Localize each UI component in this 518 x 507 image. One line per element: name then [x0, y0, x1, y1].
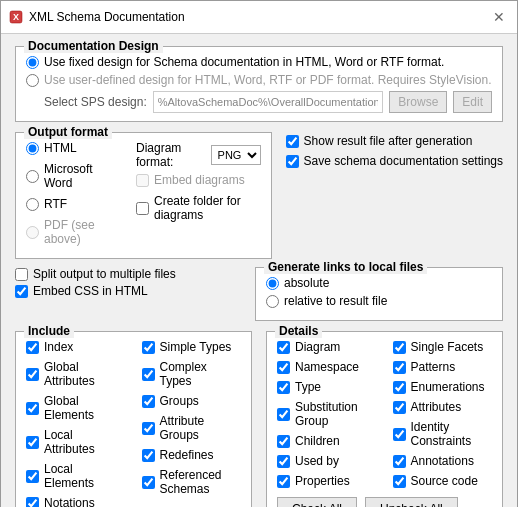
radio-pdf[interactable] — [26, 226, 39, 239]
details-col1-label-6[interactable]: Properties — [295, 474, 350, 488]
details-col2-checkbox-1[interactable] — [393, 361, 406, 374]
radio-absolute-label[interactable]: absolute — [284, 276, 329, 290]
include-col2-checkbox-0[interactable] — [142, 341, 155, 354]
radio-rtf-label[interactable]: RTF — [44, 197, 67, 211]
include-col2-checkbox-3[interactable] — [142, 422, 155, 435]
details-col1-checkbox-3[interactable] — [277, 408, 290, 421]
details-col1-checkbox-5[interactable] — [277, 455, 290, 468]
details-col1-label-4[interactable]: Children — [295, 434, 340, 448]
include-col2-label-1[interactable]: Complex Types — [160, 360, 242, 388]
radio-html-label[interactable]: HTML — [44, 141, 77, 155]
include-col1-checkbox-4[interactable] — [26, 470, 39, 483]
radio-relative-label[interactable]: relative to result file — [284, 294, 387, 308]
details-col2-label-4[interactable]: Identity Constraints — [411, 420, 493, 448]
embed-diagrams-label[interactable]: Embed diagrams — [154, 173, 245, 187]
details-col1-checkbox-6[interactable] — [277, 475, 290, 488]
radio-user-defined-label[interactable]: Use user-defined design for HTML, Word, … — [44, 73, 492, 87]
details-col1-label-1[interactable]: Namespace — [295, 360, 359, 374]
save-schema-checkbox[interactable] — [286, 155, 299, 168]
diagram-format-select[interactable]: PNG — [211, 145, 261, 165]
include-col2-label-3[interactable]: Attribute Groups — [160, 414, 242, 442]
save-schema-label[interactable]: Save schema documentation settings — [304, 154, 503, 168]
embed-diagrams-row: Embed diagrams — [136, 173, 261, 187]
radio-absolute[interactable] — [266, 277, 279, 290]
embed-css-checkbox[interactable] — [15, 285, 28, 298]
create-folder-checkbox[interactable] — [136, 202, 149, 215]
radio-word-label[interactable]: Microsoft Word — [44, 162, 112, 190]
include-col2-checkbox-1[interactable] — [142, 368, 155, 381]
details-col1-label-0[interactable]: Diagram — [295, 340, 340, 354]
include-col2-item: Redefines — [142, 448, 242, 462]
radio-user-defined[interactable] — [26, 74, 39, 87]
details-col1-item: Namespace — [277, 360, 377, 374]
include-col1-label-2[interactable]: Global Elements — [44, 394, 126, 422]
details-col1-checkbox-1[interactable] — [277, 361, 290, 374]
include-col1-item: Local Attributes — [26, 428, 126, 456]
sps-input[interactable] — [153, 91, 384, 113]
radio-fixed-design-label[interactable]: Use fixed design for Schema documentatio… — [44, 55, 444, 69]
include-col1-label-0[interactable]: Index — [44, 340, 73, 354]
show-result-checkbox[interactable] — [286, 135, 299, 148]
radio-rtf[interactable] — [26, 198, 39, 211]
details-col2-label-2[interactable]: Enumerations — [411, 380, 485, 394]
include-col1-checkbox-2[interactable] — [26, 402, 39, 415]
diagram-format-label: Diagram format: — [136, 141, 205, 169]
details-col2-checkbox-5[interactable] — [393, 455, 406, 468]
details-check-all-button[interactable]: Check All — [277, 497, 357, 507]
radio-fixed-design[interactable] — [26, 56, 39, 69]
details-col1-checkbox-0[interactable] — [277, 341, 290, 354]
embed-css-label[interactable]: Embed CSS in HTML — [33, 284, 148, 298]
embed-diagrams-checkbox[interactable] — [136, 174, 149, 187]
details-col2-label-5[interactable]: Annotations — [411, 454, 474, 468]
details-col2-checkbox-2[interactable] — [393, 381, 406, 394]
radio-html[interactable] — [26, 142, 39, 155]
details-col1-label-3[interactable]: Substitution Group — [295, 400, 377, 428]
include-col2-checkbox-5[interactable] — [142, 476, 155, 489]
details-uncheck-all-button[interactable]: Uncheck All — [365, 497, 458, 507]
show-result-label[interactable]: Show result file after generation — [304, 134, 473, 148]
include-col2-label-4[interactable]: Redefines — [160, 448, 214, 462]
output-section: Output format HTML Microsoft Word — [15, 132, 503, 259]
browse-button[interactable]: Browse — [389, 91, 447, 113]
details-col1-item: Diagram — [277, 340, 377, 354]
include-col1-checkbox-1[interactable] — [26, 368, 39, 381]
details-col1-checkbox-4[interactable] — [277, 435, 290, 448]
radio-word[interactable] — [26, 170, 39, 183]
include-col1-label-1[interactable]: Global Attributes — [44, 360, 126, 388]
details-col2-checkbox-3[interactable] — [393, 401, 406, 414]
details-col2-checkbox-4[interactable] — [393, 428, 406, 441]
details-col2-label-3[interactable]: Attributes — [411, 400, 462, 414]
include-col1-checkbox-3[interactable] — [26, 436, 39, 449]
output-format-title: Output format — [24, 125, 112, 139]
include-col1-label-3[interactable]: Local Attributes — [44, 428, 126, 456]
split-output-label[interactable]: Split output to multiple files — [33, 267, 176, 281]
details-col2-label-1[interactable]: Patterns — [411, 360, 456, 374]
create-folder-label[interactable]: Create folder for diagrams — [154, 194, 261, 222]
close-button[interactable]: ✕ — [489, 7, 509, 27]
details-col2-checkbox-6[interactable] — [393, 475, 406, 488]
include-col1-checkbox-0[interactable] — [26, 341, 39, 354]
details-btn-row: Check All Uncheck All — [277, 497, 492, 507]
include-col2-label-5[interactable]: Referenced Schemas — [160, 468, 242, 496]
split-output-checkbox[interactable] — [15, 268, 28, 281]
details-col1-label-5[interactable]: Used by — [295, 454, 339, 468]
include-col2-checkbox-2[interactable] — [142, 395, 155, 408]
dialog-icon: X — [9, 10, 23, 24]
details-col1-checkbox-2[interactable] — [277, 381, 290, 394]
edit-button[interactable]: Edit — [453, 91, 492, 113]
details-col2-label-0[interactable]: Single Facets — [411, 340, 484, 354]
details-col2-label-6[interactable]: Source code — [411, 474, 478, 488]
include-col1-checkbox-5[interactable] — [26, 497, 39, 508]
include-col1-label-5[interactable]: Notations — [44, 496, 95, 507]
documentation-design-group: Documentation Design Use fixed design fo… — [15, 46, 503, 122]
include-col2-label-2[interactable]: Groups — [160, 394, 199, 408]
include-col2-checkbox-4[interactable] — [142, 449, 155, 462]
include-col1-label-4[interactable]: Local Elements — [44, 462, 126, 490]
include-col1-item: Notations — [26, 496, 126, 507]
details-col1-label-2[interactable]: Type — [295, 380, 321, 394]
include-col2-label-0[interactable]: Simple Types — [160, 340, 232, 354]
details-col2-checkbox-0[interactable] — [393, 341, 406, 354]
radio-relative[interactable] — [266, 295, 279, 308]
radio-pdf-label[interactable]: PDF (see above) — [44, 218, 112, 246]
include-col1-item: Index — [26, 340, 126, 354]
